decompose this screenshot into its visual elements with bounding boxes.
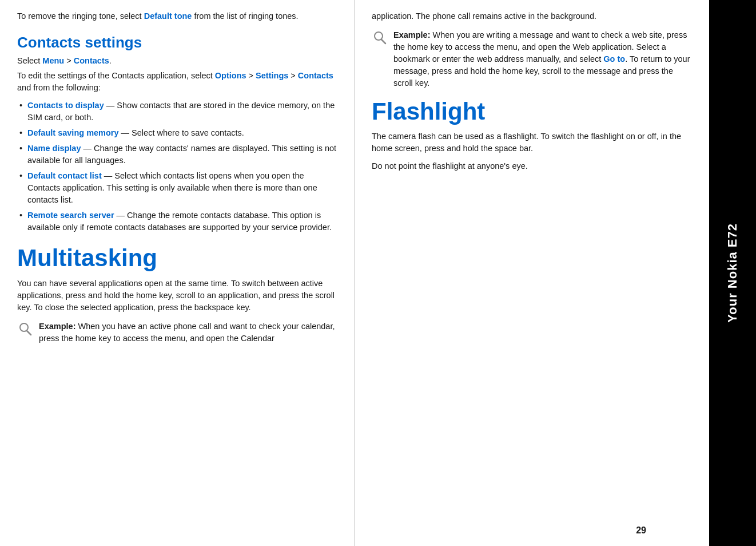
multitasking-heading: Multitasking — [17, 245, 337, 271]
page-container: To remove the ringing tone, select Defau… — [0, 0, 756, 546]
example-text-right: Example: When you are writing a message … — [393, 29, 692, 89]
page-number: 29 — [636, 525, 646, 536]
edit-sep1: > — [246, 71, 256, 80]
side-tab-text: Your Nokia E72 — [725, 223, 740, 323]
example-box-right: Example: When you are writing a message … — [372, 29, 692, 89]
select-suffix: . — [109, 56, 112, 65]
edit-settings-line: To edit the settings of the Contacts app… — [17, 70, 337, 94]
multitasking-body: You can have several applications open a… — [17, 278, 337, 314]
sep1: > — [64, 56, 74, 65]
default-saving-memory-link[interactable]: Default saving memory — [27, 128, 119, 137]
example-bold-right: Example: — [393, 30, 430, 39]
example-bold-left: Example: — [39, 322, 75, 331]
options-link[interactable]: Options — [215, 71, 246, 80]
list-item: Remote search server — Change the remote… — [17, 209, 337, 234]
edit-prefix: To edit the settings of the Contacts app… — [17, 71, 215, 80]
intro-text-before: To remove the ringing tone, select — [17, 11, 144, 21]
example-icon-left — [17, 322, 33, 338]
select-prefix: Select — [17, 56, 42, 65]
contacts-link[interactable]: Contacts — [74, 56, 109, 65]
list-item: Contacts to display — Show contacts that… — [17, 100, 337, 124]
flashlight-body2: Do not point the flashlight at anyone's … — [372, 160, 692, 172]
edit-suffix: and from the following: — [17, 83, 101, 92]
settings-bullet-list: Contacts to display — Show contacts that… — [17, 100, 337, 234]
side-tab: Your Nokia E72 — [709, 0, 756, 546]
menu-link[interactable]: Menu — [42, 56, 64, 65]
default-contact-list-link[interactable]: Default contact list — [27, 171, 102, 180]
intro-paragraph: To remove the ringing tone, select Defau… — [17, 10, 337, 22]
list-item: Default contact list — Select which cont… — [17, 170, 337, 206]
name-display-link[interactable]: Name display — [27, 144, 81, 153]
example-text-left: Example: When you have an active phone c… — [39, 321, 337, 345]
remote-search-server-link[interactable]: Remote search server — [27, 211, 114, 220]
contacts-to-display-link[interactable]: Contacts to display — [27, 101, 104, 110]
right-column: application. The phone call remains acti… — [355, 0, 709, 546]
go-to-link[interactable]: Go to — [603, 54, 625, 64]
intro-text-after: from the list of ringing tones. — [192, 11, 298, 21]
example-icon-right — [372, 30, 388, 46]
flashlight-heading: Flashlight — [372, 98, 692, 125]
edit-sep2: > — [288, 71, 298, 80]
flashlight-body1: The camera flash can be used as a flashl… — [372, 130, 692, 155]
select-menu-line: Select Menu > Contacts. — [17, 56, 337, 65]
list-item: Default saving memory — Select where to … — [17, 127, 337, 139]
default-tone-link[interactable]: Default tone — [144, 11, 192, 21]
list-item: Name display — Change the way contacts' … — [17, 143, 337, 167]
svg-line-3 — [381, 39, 385, 43]
contacts-link2[interactable]: Contacts — [298, 71, 333, 80]
bullet-text-2: — Select where to save contacts. — [119, 128, 244, 137]
contacts-settings-heading: Contacts settings — [17, 34, 337, 52]
multitasking-continued: application. The phone call remains acti… — [372, 10, 692, 22]
example-content-left: When you have an active phone call and w… — [39, 322, 335, 343]
example-box-left: Example: When you have an active phone c… — [17, 321, 337, 345]
left-column: To remove the ringing tone, select Defau… — [0, 0, 355, 546]
svg-line-1 — [27, 331, 31, 335]
settings-link[interactable]: Settings — [256, 71, 288, 80]
